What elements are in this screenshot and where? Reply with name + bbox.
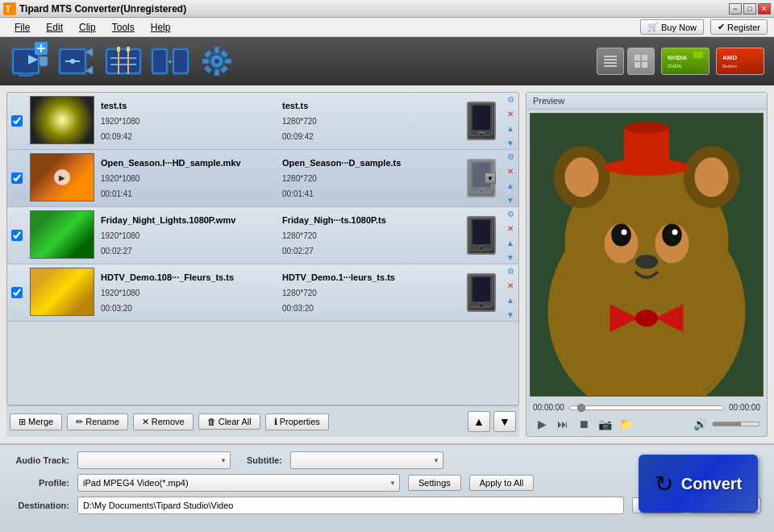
folder-button[interactable]: 📁 [617,415,635,433]
file-move-up-3[interactable]: ▲ [504,236,517,249]
menu-file[interactable]: File [6,20,38,35]
merge-icon: ⊞ [19,417,26,427]
apply-to-all-button[interactable]: Apply to All [469,475,534,491]
merge-video-button[interactable]: + [150,41,190,81]
device-dropdown-2[interactable]: ▼ [485,172,496,184]
file-checkbox-3[interactable] [7,207,27,264]
svg-rect-82 [624,128,669,171]
file-outres-1: 1280*720 [282,117,457,126]
move-up-button[interactable]: ▲ [468,411,490,432]
amd-badge[interactable]: AMD Radeon [716,48,764,75]
file-name-3: Friday_Night_Lights.1080P.wmv [101,215,276,225]
clear-all-button[interactable]: 🗑 Clear All [198,414,260,430]
svg-rect-42 [635,55,640,60]
file-outname-1: test.ts [282,101,457,110]
volume-slider[interactable] [712,422,760,426]
svg-point-80 [635,310,658,326]
file-move-up-4[interactable]: ▲ [504,293,517,306]
subtitle-select[interactable]: ▼ [290,451,443,469]
buy-now-button[interactable]: 🛒 Buy Now [640,19,704,35]
file-remove-4[interactable]: ✕ [504,279,517,292]
move-down-button[interactable]: ▼ [493,411,516,432]
profile-select[interactable]: iPad MPEG4 Video(*.mp4) ▼ [77,474,400,492]
file-checkbox-4[interactable] [7,264,27,321]
file-actions-1: ⚙ ✕ ▲ ▼ [502,93,518,149]
maximize-button[interactable]: □ [743,3,756,15]
merge-button[interactable]: ⊞ Merge [10,414,62,430]
grid-view-button[interactable] [627,48,655,75]
properties-button[interactable]: ℹ Properties [265,414,329,430]
menu-bar: File Edit Clip Tools Help 🛒 Buy Now ✔ Re… [0,18,774,37]
settings-button[interactable] [197,41,237,81]
menu-clip[interactable]: Clip [71,20,104,35]
preview-bear-image [531,114,763,396]
close-button[interactable]: ✕ [758,3,771,15]
file-actions-4: ⚙ ✕ ▲ ▼ [502,264,518,321]
device-icon-3[interactable] [467,216,496,255]
svg-rect-16 [107,50,139,73]
file-settings-2[interactable]: ⚙ [504,150,517,163]
audio-select-arrow: ▼ [220,457,227,464]
play-button[interactable]: ▶ [533,415,551,433]
convert-button[interactable]: ↻ Convert [639,455,758,513]
file-info-2: Open_Season.I···HD_sample.mkv 1920*1080 … [98,150,279,206]
list-view-button[interactable] [597,48,624,75]
file-move-up-1[interactable]: ▲ [504,122,517,135]
file-checkbox-1[interactable] [7,93,27,149]
file-remove-2[interactable]: ✕ [504,164,517,177]
settings-button[interactable]: Settings [408,475,461,491]
svg-rect-39 [604,59,617,60]
file-remove-3[interactable]: ✕ [504,222,517,235]
svg-rect-40 [604,62,617,64]
svg-point-29 [214,59,219,64]
file-settings-3[interactable]: ⚙ [504,207,517,220]
rename-button[interactable]: ✏ Rename [67,414,128,430]
device-icon-4[interactable] [467,273,496,312]
preview-video [530,113,764,397]
snapshot-button[interactable]: 📷 [596,415,614,433]
window-title: Tipard MTS Converter(Unregistered) [19,3,729,15]
menu-right-btns: 🛒 Buy Now ✔ Register [640,19,768,35]
next-frame-button[interactable]: ⏭ [554,415,572,433]
svg-rect-5 [40,56,48,66]
file-thumbnail-3 [30,210,94,259]
audio-track-select[interactable]: ▼ [77,451,231,469]
remove-button[interactable]: ✕ Remove [133,414,194,430]
file-settings-4[interactable]: ⚙ [504,264,517,277]
register-button[interactable]: ✔ Register [710,19,768,35]
nvidia-badge[interactable]: NVIDIA CUDA [661,48,710,75]
progress-handle[interactable] [577,404,585,412]
window-controls: − □ ✕ [729,3,771,15]
svg-point-78 [672,230,678,235]
menu-help[interactable]: Help [143,20,179,35]
menu-edit[interactable]: Edit [38,20,71,35]
file-list-buttons: ⊞ Merge ✏ Rename ✕ Remove 🗑 Clear All ℹ … [6,405,519,437]
minimize-button[interactable]: − [729,3,742,15]
file-move-down-1[interactable]: ▼ [504,136,517,149]
preview-title: Preview [526,93,767,110]
add-video-button[interactable] [10,41,50,81]
clear-icon: 🗑 [207,417,216,426]
app-icon: T [3,2,16,15]
file-move-down-3[interactable]: ▼ [504,251,517,264]
stop-button[interactable]: ⏹ [575,415,593,433]
device-icon-1[interactable] [467,102,496,140]
file-res-4: 1920*1080 [101,289,276,297]
trim-video-button[interactable] [103,41,144,81]
audio-track-label: Audio Track: [13,455,69,465]
file-move-up-2[interactable]: ▲ [504,179,517,192]
subtitle-label: Subtitle: [247,455,282,465]
time-bar: 00:00:00 00:00:00 [533,403,760,412]
file-settings-1[interactable]: ⚙ [504,93,517,106]
file-checkbox-2[interactable] [7,150,27,206]
volume-icon[interactable]: 🔊 [691,415,709,433]
file-move-down-2[interactable]: ▼ [504,193,517,206]
file-remove-1[interactable]: ✕ [504,107,517,120]
menu-tools[interactable]: Tools [104,20,143,35]
edit-video-button[interactable] [56,41,97,81]
file-move-down-4[interactable]: ▼ [504,308,517,321]
svg-rect-34 [204,50,212,58]
svg-point-76 [662,224,682,247]
destination-input[interactable] [77,497,624,514]
progress-bar[interactable] [569,405,724,410]
